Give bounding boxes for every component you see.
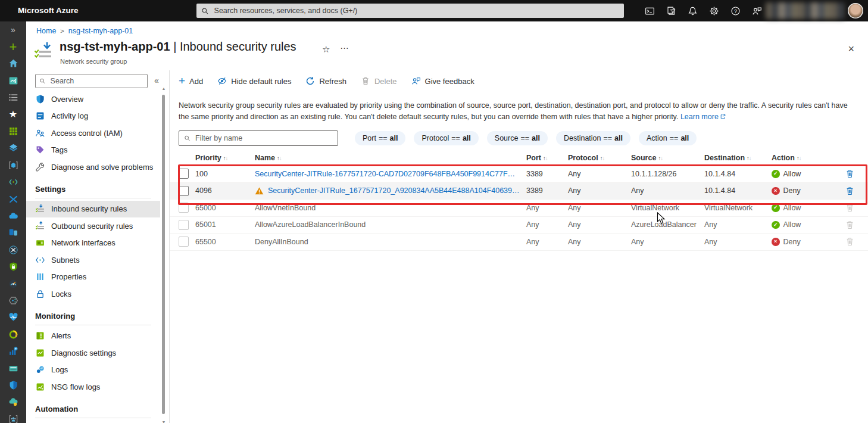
more-options-icon[interactable]: … bbox=[340, 41, 349, 51]
collapse-menu-icon[interactable]: « bbox=[154, 76, 159, 85]
refresh-button[interactable]: Refresh bbox=[305, 76, 346, 86]
all-resources-icon[interactable] bbox=[0, 123, 26, 139]
globe-x-icon[interactable] bbox=[0, 241, 26, 258]
sidebar-item-access-control-iam[interactable]: Access control (IAM) bbox=[26, 125, 160, 142]
hexagon-dots-icon[interactable] bbox=[0, 292, 26, 309]
breadcrumb-home[interactable]: Home bbox=[36, 27, 56, 35]
filter-pill-destination[interactable]: Destination==all bbox=[556, 131, 630, 145]
sidebar-item-label: Properties bbox=[51, 272, 86, 281]
row-checkbox[interactable] bbox=[179, 169, 189, 179]
menu-search[interactable] bbox=[35, 74, 148, 88]
row-checkbox[interactable] bbox=[179, 237, 189, 247]
code-service-icon[interactable] bbox=[0, 174, 26, 191]
column-header-port[interactable]: Port↑↓ bbox=[526, 154, 568, 162]
nsg-resource-icon bbox=[34, 41, 55, 60]
sidebar-item-diagnostic-settings[interactable]: Diagnostic settings bbox=[26, 344, 160, 362]
scroll-up-icon[interactable]: ▲ bbox=[161, 86, 167, 91]
hide-default-rules-button[interactable]: Hide default rules bbox=[217, 76, 291, 86]
home-icon[interactable] bbox=[0, 55, 26, 72]
sidebar-item-properties[interactable]: Properties bbox=[26, 269, 160, 286]
settings-gear-icon[interactable] bbox=[709, 6, 719, 16]
help-icon[interactable]: ? bbox=[730, 6, 741, 16]
sidebar-item-alerts[interactable]: Alerts bbox=[26, 328, 160, 345]
resource-groups-icon[interactable] bbox=[0, 140, 26, 157]
create-resource-icon[interactable]: + bbox=[0, 38, 26, 55]
destination-cell: Any bbox=[704, 220, 772, 229]
sidebar-item-tasks-preview[interactable]: Tasks (preview) bbox=[26, 421, 160, 423]
pill-value: all bbox=[463, 134, 471, 142]
cloud-shell-icon[interactable] bbox=[645, 6, 655, 16]
all-services-icon[interactable] bbox=[0, 89, 26, 106]
sidebar-item-locks[interactable]: Locks bbox=[26, 285, 160, 303]
column-header-protocol[interactable]: Protocol↑↓ bbox=[568, 154, 631, 162]
cube-brackets-icon[interactable] bbox=[0, 157, 26, 173]
action-label: Allow bbox=[783, 204, 801, 212]
breadcrumb-nsg[interactable]: nsg-tst-myh-app-01 bbox=[68, 27, 133, 35]
rule-name[interactable]: SecurityCenter-JITRule_1677571720_A92083… bbox=[268, 186, 520, 195]
donut-chart-icon[interactable] bbox=[0, 326, 26, 343]
filter-pill-action[interactable]: Action==all bbox=[639, 131, 697, 145]
feedback-icon[interactable] bbox=[752, 6, 762, 16]
global-search[interactable] bbox=[196, 4, 624, 18]
cross-service-icon[interactable] bbox=[0, 191, 26, 207]
notifications-bell-icon[interactable] bbox=[688, 6, 698, 16]
sidebar-item-nsg-flow-logs[interactable]: NSG flow logs bbox=[26, 378, 160, 396]
name-filter[interactable] bbox=[179, 130, 338, 146]
sidebar-item-label: Activity log bbox=[51, 111, 88, 120]
protocol-cell: Any bbox=[568, 204, 631, 212]
page-header: Home > nsg-tst-myh-app-01 nsg-tst-myh-ap… bbox=[26, 21, 868, 70]
give-feedback-button[interactable]: Give feedback bbox=[411, 76, 474, 86]
close-blade-icon[interactable]: × bbox=[848, 43, 854, 54]
column-header-source[interactable]: Source↑↓ bbox=[631, 154, 704, 162]
gauge-icon[interactable] bbox=[0, 275, 26, 292]
directory-filter-icon[interactable] bbox=[666, 6, 676, 16]
delete-rule-icon[interactable] bbox=[845, 169, 854, 179]
name-filter-input[interactable] bbox=[194, 133, 333, 143]
sql-databases-icon[interactable] bbox=[0, 225, 26, 241]
sidebar-item-inbound-security-rules[interactable]: Inbound security rules bbox=[26, 201, 160, 218]
favorites-icon[interactable]: ★ bbox=[0, 106, 26, 123]
refresh-icon bbox=[305, 76, 315, 86]
sidebar-item-network-interfaces[interactable]: Network interfaces bbox=[26, 235, 160, 252]
filter-pill-protocol[interactable]: Protocol==all bbox=[414, 131, 478, 145]
column-header-destination[interactable]: Destination↑↓ bbox=[704, 154, 772, 162]
learn-more-link[interactable]: Learn more bbox=[680, 113, 719, 121]
row-checkbox[interactable] bbox=[179, 220, 189, 230]
filter-pill-source[interactable]: Source==all bbox=[487, 131, 548, 145]
shield-lock-icon[interactable] bbox=[0, 258, 26, 275]
sidebar-item-logs[interactable]: Logs bbox=[26, 362, 160, 379]
sidebar-item-diagnose-and-solve-problems[interactable]: Diagnose and solve problems bbox=[26, 158, 160, 176]
avatar[interactable] bbox=[848, 3, 863, 18]
shield-icon[interactable] bbox=[0, 377, 26, 393]
menu-search-input[interactable] bbox=[49, 76, 143, 86]
pill-value: all bbox=[614, 134, 623, 142]
add-button[interactable]: +Add bbox=[179, 76, 203, 86]
delete-rule-icon[interactable] bbox=[845, 186, 854, 196]
cloud-badge-icon[interactable] bbox=[0, 394, 26, 410]
sidebar-item-subnets[interactable]: Subnets bbox=[26, 251, 160, 269]
people-brackets-icon[interactable] bbox=[0, 410, 26, 423]
pill-operator: == bbox=[451, 134, 460, 142]
column-header-priority[interactable]: Priority↑↓ bbox=[195, 154, 255, 162]
heart-pulse-icon[interactable] bbox=[0, 309, 26, 326]
scroll-down-icon[interactable]: ▼ bbox=[161, 420, 167, 423]
menu-scrollbar: ▲ ▼ bbox=[161, 86, 167, 423]
sidebar-item-overview[interactable]: Overview bbox=[26, 91, 160, 108]
filter-pill-port[interactable]: Port==all bbox=[355, 131, 405, 145]
panel-bars-icon[interactable] bbox=[0, 360, 26, 377]
sidebar-item-activity-log[interactable]: Activity log bbox=[26, 108, 160, 125]
cloud-service-icon[interactable] bbox=[0, 207, 26, 224]
cost-chart-icon[interactable] bbox=[0, 343, 26, 359]
global-search-input[interactable] bbox=[213, 6, 619, 15]
sidebar-item-tags[interactable]: Tags bbox=[26, 142, 160, 159]
rule-name[interactable]: SecurityCenter-JITRule-1677571720-CAD7D0… bbox=[255, 170, 520, 178]
scrollbar-thumb[interactable] bbox=[162, 95, 165, 414]
dashboard-icon[interactable] bbox=[0, 72, 26, 89]
column-header-name[interactable]: Name↑↓ bbox=[255, 154, 526, 162]
row-checkbox[interactable] bbox=[179, 186, 189, 196]
row-checkbox[interactable] bbox=[179, 203, 189, 213]
favorite-star-icon[interactable]: ☆ bbox=[322, 44, 330, 55]
expand-chevrons-icon[interactable]: » bbox=[0, 21, 26, 38]
sidebar-item-outbound-security-rules[interactable]: Outbound security rules bbox=[26, 217, 160, 235]
column-header-action[interactable]: Action↑↓ bbox=[772, 154, 831, 162]
